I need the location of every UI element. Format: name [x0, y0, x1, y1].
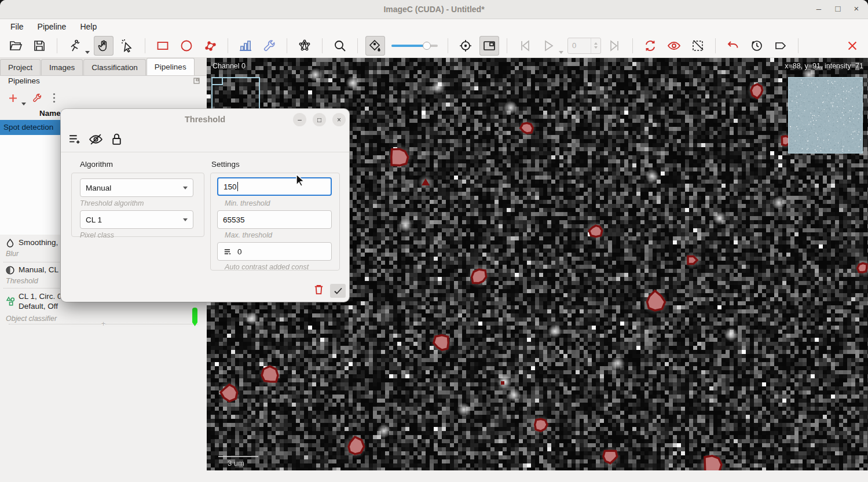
tab-pipelines[interactable]: Pipelines: [147, 58, 195, 75]
draw-rectangle-button[interactable]: [153, 36, 173, 56]
chevron-down-icon: [183, 187, 188, 189]
pixel-status-label: x=88, y=91, intensity=71: [785, 62, 863, 70]
history-button[interactable]: [747, 36, 767, 56]
magnifier-icon: [333, 39, 347, 53]
add-pipeline-button[interactable]: [8, 93, 18, 103]
play-dropdown-caret[interactable]: [559, 51, 563, 54]
draw-circle-button[interactable]: [177, 36, 196, 56]
rectangle-icon: [156, 39, 170, 53]
dialog-maximize-button[interactable]: □: [313, 113, 326, 126]
menu-help[interactable]: Help: [74, 21, 102, 32]
skip-back-button[interactable]: [515, 36, 534, 56]
eye-icon: [667, 39, 681, 53]
tab-project[interactable]: Project: [0, 59, 41, 75]
max-threshold-value: 65535: [223, 216, 245, 224]
dialog-close-button[interactable]: ×: [332, 113, 346, 126]
step-caption: Object classifier: [6, 315, 57, 323]
float-panel-icon[interactable]: [193, 78, 200, 84]
toolbar-separator: [322, 38, 323, 53]
cursor-select-icon: [120, 39, 134, 53]
toolbar-separator: [145, 38, 145, 53]
select-tool-button[interactable]: [118, 36, 137, 56]
pan-tool-button[interactable]: [94, 36, 113, 56]
run-pipeline-button[interactable]: [65, 36, 85, 56]
toolbar-separator: [357, 38, 358, 53]
deselect-icon: [691, 39, 705, 53]
dialog-minimize-button[interactable]: –: [293, 113, 306, 126]
menu-file[interactable]: File: [5, 21, 30, 32]
lock-icon[interactable]: [109, 132, 124, 147]
play-button[interactable]: [539, 36, 558, 56]
pipelines-panel-header: Pipelines: [0, 76, 207, 89]
tab-classification[interactable]: Classification: [83, 59, 146, 75]
save-button[interactable]: [30, 36, 49, 56]
paint-bucket-icon: [368, 39, 382, 53]
crosshair-icon: [459, 39, 473, 53]
eye-off-icon[interactable]: [89, 132, 103, 147]
draw-polygon-button[interactable]: [200, 36, 220, 56]
center-view-button[interactable]: [456, 36, 475, 56]
undo-button[interactable]: [723, 36, 743, 56]
deselect-button[interactable]: [688, 36, 708, 56]
settings-group-label: Settings: [211, 160, 240, 169]
folder-open-icon: [9, 39, 23, 53]
list-dot-icon: [223, 247, 233, 257]
slider-knob[interactable]: [423, 42, 431, 50]
zoom-search-button[interactable]: [330, 36, 350, 56]
graph-button[interactable]: [295, 36, 314, 56]
min-threshold-input[interactable]: 150: [217, 177, 332, 196]
save-icon: [32, 39, 46, 53]
frame-spinbox[interactable]: 0: [567, 38, 601, 54]
algorithm-group-label: Algorithm: [80, 160, 113, 169]
chevron-down-icon: [183, 218, 188, 221]
show-overlay-button[interactable]: [664, 36, 684, 56]
threshold-algorithm-select[interactable]: Manual: [80, 178, 193, 197]
sidebar-tabbar: Project Images Classification Pipelines: [0, 58, 207, 76]
opacity-slider[interactable]: [391, 42, 438, 50]
dialog-separator: [61, 152, 349, 152]
add-step-separator[interactable]: +: [3, 324, 203, 324]
overview-pip-button[interactable]: [479, 36, 499, 56]
delete-step-button[interactable]: [312, 283, 325, 296]
toolbar-separator: [448, 38, 448, 53]
frame-value: 0: [568, 41, 591, 50]
pipelines-panel-title: Pipelines: [8, 76, 40, 85]
step-title: Manual, CL 1,: [19, 265, 67, 275]
spin-arrows[interactable]: [591, 38, 600, 53]
menu-pipeline[interactable]: Pipeline: [32, 21, 72, 32]
refresh-button[interactable]: [640, 36, 660, 56]
tile-selection-handle[interactable]: [211, 77, 223, 85]
histogram-button[interactable]: [236, 36, 255, 56]
run-dropdown-caret[interactable]: [85, 51, 90, 54]
add-setting-icon[interactable]: [68, 132, 82, 147]
tab-images[interactable]: Images: [41, 59, 83, 75]
close-image-button[interactable]: [843, 36, 862, 56]
max-threshold-input[interactable]: 65535: [217, 210, 332, 229]
window-minimize-button[interactable]: –: [810, 0, 827, 19]
toolbar-separator: [715, 38, 716, 53]
pixel-class-select[interactable]: CL 1: [80, 210, 193, 229]
undo-icon: [726, 39, 740, 53]
pipeline-settings-button[interactable]: [32, 93, 42, 103]
settings-wrench-button[interactable]: [259, 36, 279, 56]
add-pipeline-caret[interactable]: [21, 103, 26, 105]
minimap-overview[interactable]: [788, 77, 863, 154]
tag-button[interactable]: [771, 36, 790, 56]
spin-down-icon[interactable]: [594, 46, 598, 49]
scroll-marker[interactable]: [192, 308, 197, 326]
title-bar: ImageC (CUDA) - Untitled* – □ ×: [0, 0, 868, 19]
threshold-dialog: Threshold – □ × Algorithm Manual Thresho…: [61, 109, 349, 302]
pipeline-actions: [0, 90, 207, 105]
open-button[interactable]: [6, 36, 25, 56]
channel-label: Channel 0: [213, 62, 246, 70]
run-icon: [68, 39, 82, 53]
refresh-icon: [643, 39, 657, 53]
fill-overlay-button[interactable]: [365, 36, 385, 56]
auto-contrast-const-input[interactable]: 0: [217, 242, 332, 261]
kebab-menu-button[interactable]: [53, 93, 56, 103]
confirm-button[interactable]: [330, 284, 346, 298]
window-maximize-button[interactable]: □: [829, 0, 847, 19]
window-close-button[interactable]: ×: [848, 0, 865, 19]
spin-up-icon[interactable]: [594, 42, 598, 45]
skip-forward-button[interactable]: [605, 36, 625, 56]
